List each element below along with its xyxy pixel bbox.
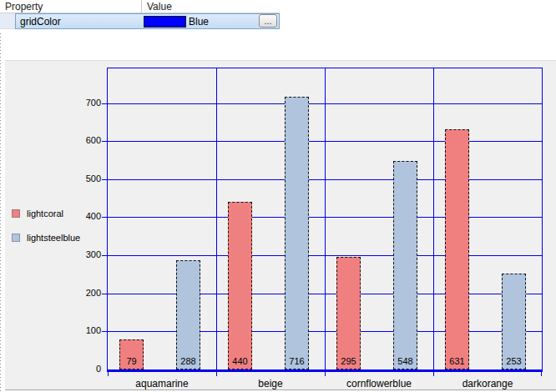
y-tick-label: 500: [64, 173, 101, 183]
bar-lightcoral-cornflowerblue: 295: [336, 257, 361, 369]
y-tick-label: 200: [64, 288, 101, 298]
x-axis-tick: [433, 369, 434, 376]
x-axis-tick: [108, 369, 109, 376]
gridline-vertical: [433, 68, 434, 369]
legend-swatch-lightcoral: [12, 209, 20, 218]
bar-lightsteelblue-darkorange: 253: [502, 274, 526, 369]
x-category-label: aquamarine: [108, 378, 216, 389]
bar-lightcoral-aquamarine: 79: [119, 339, 144, 369]
bar-value-label: 295: [337, 356, 360, 366]
bar-value-label: 716: [286, 356, 308, 366]
property-value[interactable]: Blue: [189, 16, 209, 28]
bar-lightcoral-darkorange: 631: [445, 129, 469, 369]
bar-lightsteelblue-beige: 716: [285, 97, 309, 369]
bar-lightsteelblue-aquamarine: 288: [176, 260, 200, 369]
property-column-header: Property: [5, 1, 43, 13]
bar-lightcoral-beige: 440: [228, 202, 252, 369]
y-tick-label: 0: [64, 364, 101, 374]
bar-value-label: 548: [394, 356, 417, 366]
x-axis-tick: [325, 369, 326, 376]
gridline-vertical: [216, 68, 217, 369]
x-category-label: darkorange: [433, 378, 542, 389]
y-tick-label: 300: [64, 249, 101, 259]
color-swatch: [144, 16, 186, 28]
plot-area: 0100200300400500600700aquamarinebeigecor…: [108, 68, 542, 369]
row-indent-margin: [0, 13, 15, 29]
column-splitter[interactable]: [141, 0, 142, 13]
bar-value-label: 253: [503, 356, 525, 366]
legend-label: lightcoral: [27, 209, 63, 219]
bar-value-label: 79: [120, 356, 143, 366]
y-tick-label: 600: [64, 135, 101, 145]
y-axis-tick: [102, 179, 108, 180]
bar-value-label: 288: [177, 356, 200, 366]
x-axis-tick: [216, 369, 217, 376]
x-category-label: cornflowerblue: [325, 378, 433, 389]
chart: 0100200300400500600700aquamarinebeigecor…: [5, 60, 556, 390]
designer-selection-border: [0, 33, 1, 392]
value-column-header: Value: [147, 1, 172, 13]
x-category-label: beige: [216, 378, 325, 389]
y-tick-label: 700: [64, 98, 101, 108]
y-axis-tick: [102, 217, 108, 218]
property-grid: Property Value gridColor Blue ...: [0, 0, 280, 30]
y-axis-tick: [102, 255, 108, 256]
ellipsis-button[interactable]: ...: [259, 14, 277, 28]
property-row-gridcolor[interactable]: gridColor Blue ...: [15, 13, 280, 29]
bar-lightsteelblue-cornflowerblue: 548: [393, 161, 417, 369]
legend-swatch-lightsteelblue: [12, 234, 20, 242]
y-axis-tick: [102, 294, 108, 294]
gridline-vertical: [325, 68, 326, 369]
y-axis-tick: [102, 141, 108, 142]
x-axis-tick: [541, 369, 542, 376]
y-tick-label: 100: [64, 325, 101, 335]
y-tick-label: 400: [64, 211, 101, 221]
bar-value-label: 440: [229, 356, 251, 366]
y-axis-tick: [102, 103, 108, 104]
bar-value-label: 631: [446, 356, 468, 366]
y-axis-tick: [102, 331, 108, 332]
legend-label: lightsteelblue: [27, 233, 80, 243]
property-name: gridColor: [20, 16, 61, 28]
